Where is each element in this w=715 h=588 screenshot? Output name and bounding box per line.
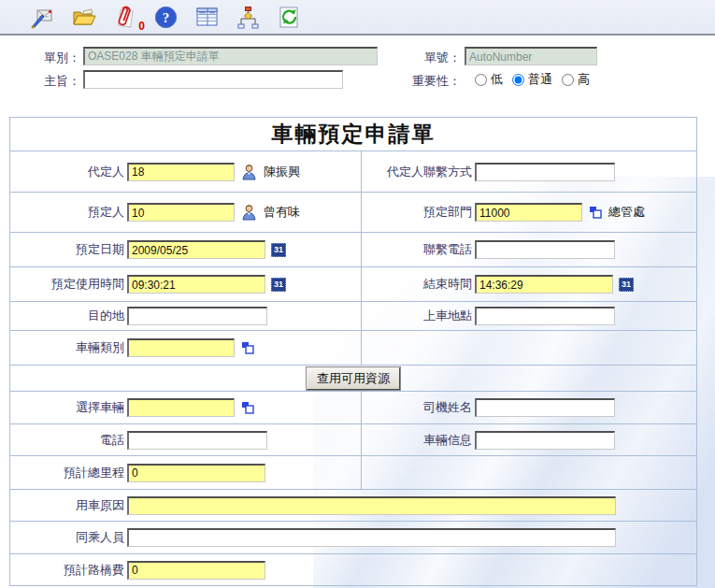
send-mail-icon[interactable] <box>30 5 55 30</box>
row-agent: 代定人 陳振興 代定人聯繫方式 <box>10 151 697 193</box>
attachment-icon[interactable]: 0 <box>112 5 137 30</box>
phone-input[interactable] <box>127 431 267 450</box>
importance-label: 重要性： <box>393 73 461 90</box>
row-date: 預定日期 31 聯繫電話 <box>10 233 697 267</box>
row-passengers: 同乘人員 <box>10 522 697 554</box>
destination-input[interactable] <box>127 307 267 325</box>
reserver-input[interactable] <box>127 203 235 222</box>
row-phone-info: 電話 車輛信息 <box>10 424 697 456</box>
form-title: 車輛預定申請單 <box>272 122 436 146</box>
agent-input[interactable] <box>127 163 235 181</box>
dept-name-display: 總管處 <box>608 204 645 221</box>
reserver-label: 預定人 <box>10 204 127 221</box>
agent-name-display: 陳振興 <box>264 164 300 180</box>
agent-contact-label: 代定人聯繫方式 <box>362 164 475 180</box>
refresh-icon[interactable] <box>277 5 302 30</box>
form-type-label: 單別： <box>9 50 80 66</box>
row-reserver: 預定人 曾有味 預定部門 總管處 <box>10 193 697 233</box>
total-mileage-label: 預計總里程 <box>10 465 127 481</box>
pickup-label: 上車地點 <box>362 308 475 324</box>
workflow-icon[interactable] <box>236 5 261 30</box>
end-time-input[interactable] <box>475 275 613 294</box>
select-vehicle-input[interactable] <box>127 398 235 417</box>
passengers-label: 同乘人員 <box>10 529 127 546</box>
date-input[interactable] <box>127 240 265 259</box>
driver-name-label: 司機姓名 <box>362 399 475 416</box>
agent-contact-input[interactable] <box>475 163 615 181</box>
date-label: 預定日期 <box>10 241 127 258</box>
select-vehicle-lookup-icon[interactable] <box>241 401 254 414</box>
vehicle-info-input[interactable] <box>475 431 615 450</box>
importance-radio-low[interactable] <box>475 74 487 86</box>
start-time-input[interactable] <box>127 275 265 294</box>
calendar-icon[interactable]: 31 <box>619 278 634 292</box>
agent-label: 代定人 <box>10 164 127 180</box>
toll-fee-label: 預計路橋費 <box>10 562 127 579</box>
vehicle-reservation-form: 車輛預定申請單 代定人 陳振興 代定人聯繫方式 預定人 <box>9 117 697 586</box>
toll-fee-input[interactable] <box>127 561 265 580</box>
person-lookup-icon[interactable] <box>241 164 257 180</box>
pickup-input[interactable] <box>475 307 615 325</box>
svg-text:?: ? <box>163 10 170 25</box>
importance-option-normal[interactable]: 普通 <box>528 71 552 88</box>
reason-input[interactable] <box>127 496 616 515</box>
end-time-label: 結束時間 <box>362 276 475 293</box>
dept-lookup-icon[interactable] <box>589 206 602 219</box>
contact-phone-label: 聯繫電話 <box>362 241 475 258</box>
reserver-name-display: 曾有味 <box>264 204 300 221</box>
row-vehicle-type: 車輛類別 <box>10 331 697 366</box>
vehicle-info-label: 車輛信息 <box>362 432 475 449</box>
vehicle-type-lookup-icon[interactable] <box>241 341 254 354</box>
check-resources-button[interactable]: 查用可用資源 <box>307 367 400 390</box>
toolbar: 0 ? <box>0 0 715 36</box>
reason-label: 用車原因 <box>10 497 127 514</box>
phone-label: 電話 <box>10 432 127 449</box>
row-locations: 目的地 上車地點 <box>10 302 697 331</box>
importance-radio-group: 低 普通 高 <box>475 71 597 88</box>
calendar-icon[interactable]: 31 <box>271 278 286 292</box>
attachment-count: 0 <box>138 20 145 33</box>
vehicle-type-label: 車輛類別 <box>10 339 127 356</box>
row-reason: 用車原因 <box>10 490 697 522</box>
dept-label: 預定部門 <box>362 204 475 221</box>
row-mileage: 預計總里程 <box>10 456 697 490</box>
subject-label: 主旨： <box>9 73 80 90</box>
importance-option-high[interactable]: 高 <box>578 71 590 88</box>
passengers-input[interactable] <box>127 528 616 547</box>
importance-radio-high[interactable] <box>562 74 574 86</box>
form-no-field[interactable] <box>465 47 597 65</box>
header-panel: 單別： 單號： 主旨： 重要性： 低 普通 高 <box>0 37 715 112</box>
destination-label: 目的地 <box>10 308 127 324</box>
calendar-icon[interactable]: 31 <box>271 243 286 257</box>
row-times: 預定使用時間 31 結束時間 31 <box>10 267 697 302</box>
start-time-label: 預定使用時間 <box>10 276 127 293</box>
open-folder-icon[interactable] <box>71 5 96 30</box>
total-mileage-input[interactable] <box>127 464 265 482</box>
contact-phone-input[interactable] <box>475 240 615 259</box>
form-no-label: 單號： <box>402 50 461 66</box>
form-type-field[interactable] <box>83 47 378 65</box>
importance-radio-normal[interactable] <box>512 74 524 86</box>
list-icon[interactable] <box>194 5 220 30</box>
select-vehicle-label: 選擇車輛 <box>10 399 127 416</box>
subject-input[interactable] <box>83 70 343 89</box>
row-toll-fee: 預計路橋費 <box>10 554 697 586</box>
importance-option-low[interactable]: 低 <box>491 71 503 88</box>
help-icon[interactable]: ? <box>153 5 179 30</box>
vehicle-type-input[interactable] <box>127 338 235 357</box>
driver-name-input[interactable] <box>475 398 615 417</box>
person-lookup-icon[interactable] <box>241 204 257 221</box>
dept-input[interactable] <box>475 203 582 222</box>
row-select-vehicle: 選擇車輛 司機姓名 <box>10 392 697 424</box>
row-check-resources: 查用可用資源 <box>10 366 697 392</box>
